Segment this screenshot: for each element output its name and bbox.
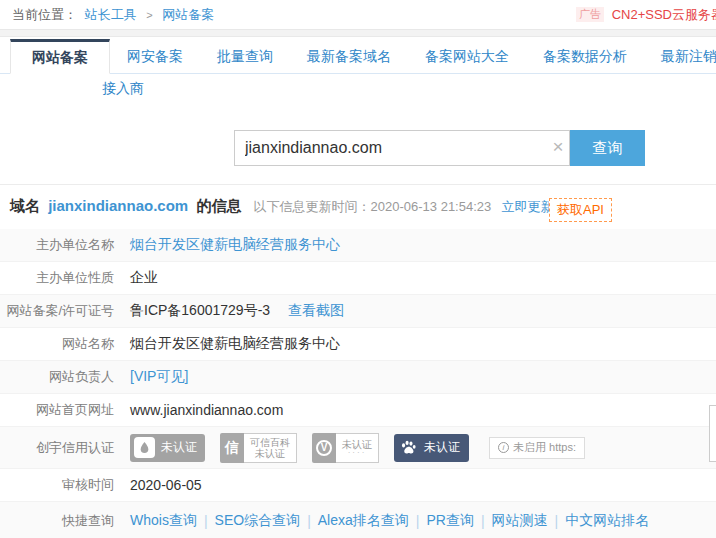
tab-website-icp[interactable]: 网站备案 <box>10 39 110 74</box>
row-label: 网站名称 <box>0 335 130 353</box>
quick-link-separator: | <box>481 513 485 529</box>
tab-bar: 网站备案 网安备案 批量查询 最新备案域名 备案网站大全 备案数据分析 最新注销… <box>0 39 716 102</box>
sponsor-type-value: 企业 <box>130 269 158 287</box>
clear-input-icon[interactable]: × <box>546 130 570 166</box>
xin-character-icon: 信 <box>220 433 244 463</box>
quick-link-separator: | <box>307 513 311 529</box>
quick-link-whois[interactable]: Whois查询 <box>130 512 197 530</box>
ad-badge: 广告 <box>576 7 604 22</box>
table-row-credit-certs: 创宇信用认证 未认证 信 可信百科 未认证 <box>0 427 716 469</box>
v-stars-dots: ···· <box>348 450 367 456</box>
quick-link-separator: | <box>555 513 559 529</box>
side-float-widget-edge[interactable] <box>709 405 716 462</box>
row-label: 网站首页网址 <box>0 401 130 419</box>
kexin-baike-badge[interactable]: 信 可信百科 未认证 <box>220 433 297 463</box>
icp-number-value: 鲁ICP备16001729号-3 <box>130 302 270 320</box>
vip-visible-link[interactable]: [VIP可见] <box>130 368 188 386</box>
table-row-homepage-url: 网站首页网址 www.jianxindiannao.com <box>0 394 716 427</box>
divider-band <box>0 30 716 37</box>
result-header: 域名 jianxindiannao.com 的信息 以下信息更新时间：2020-… <box>0 185 716 229</box>
badge-status-label: 可信百科 未认证 <box>244 433 297 463</box>
domain-search-input[interactable] <box>234 130 570 166</box>
row-label: 快捷查询 <box>0 512 130 530</box>
site-name-value: 烟台开发区健薪电脑经营服务中心 <box>130 335 340 353</box>
quick-link-seo[interactable]: SEO综合查询 <box>215 512 301 530</box>
tab-icp-analytics[interactable]: 备案数据分析 <box>526 39 644 73</box>
sponsor-name-link[interactable]: 烟台开发区健薪电脑经营服务中心 <box>130 236 340 254</box>
query-button[interactable]: 查询 <box>570 130 645 166</box>
homepage-url-value: www.jianxindiannao.com <box>130 402 283 418</box>
https-status-text: 未启用 https: <box>513 440 576 455</box>
v-circle-icon: V <box>312 433 336 463</box>
table-row-sponsor-name: 主办单位名称 烟台开发区健薪电脑经营服务中心 <box>0 229 716 262</box>
row-label: 主办单位名称 <box>0 236 130 254</box>
https-status-note: i 未启用 https: <box>489 437 585 459</box>
view-screenshot-link[interactable]: 查看截图 <box>288 302 344 320</box>
tab-row-2: 接入商 <box>0 74 716 102</box>
baidu-paw-icon <box>400 439 417 456</box>
quick-link-speed-test[interactable]: 网站测速 <box>492 512 548 530</box>
v-cert-badge[interactable]: V 未认证 ···· <box>312 433 379 463</box>
table-row-review-date: 审核时间 2020-06-05 <box>0 469 716 502</box>
quick-link-cn-rank[interactable]: 中文网站排名 <box>565 512 649 530</box>
tab-newest-domains[interactable]: 最新备案域名 <box>290 39 408 73</box>
quick-link-separator: | <box>416 513 420 529</box>
kexin-line2: 未认证 <box>255 448 285 459</box>
badge-status-label: 未认证 <box>161 439 197 456</box>
badge-status-label: 未认证 ···· <box>336 433 379 463</box>
top-ad-banner[interactable]: 广告 CN2+SSD云服务器●5 <box>576 0 716 30</box>
kexin-line1: 可信百科 <box>250 437 290 448</box>
get-api-button[interactable]: 获取API <box>549 198 612 222</box>
header-prefix: 域名 <box>10 197 40 214</box>
table-row-sponsor-type: 主办单位性质 企业 <box>0 262 716 295</box>
breadcrumb-link-current[interactable]: 网站备案 <box>162 7 214 22</box>
page: 当前位置： 站长工具 > 网站备案 广告 CN2+SSD云服务器●5 网站备案 … <box>0 0 716 538</box>
row-label: 创宇信用认证 <box>0 439 130 457</box>
table-row-quick-queries: 快捷查询 Whois查询 | SEO综合查询 | Alexa排名查询 | PR查… <box>0 502 716 538</box>
update-now-link[interactable]: 立即更新 <box>501 199 553 214</box>
tab-netsec-icp[interactable]: 网安备案 <box>110 39 200 73</box>
tab-batch-query[interactable]: 批量查询 <box>200 39 290 73</box>
breadcrumb-separator: > <box>146 9 152 21</box>
tab-isp[interactable]: 接入商 <box>102 80 144 96</box>
result-panel: 域名 jianxindiannao.com 的信息 以下信息更新时间：2020-… <box>0 184 716 538</box>
table-row-icp-number: 网站备案/许可证号 鲁ICP备16001729号-3 查看截图 <box>0 295 716 328</box>
table-row-site-name: 网站名称 烟台开发区健薪电脑经营服务中心 <box>0 328 716 361</box>
tab-row-1: 网站备案 网安备案 批量查询 最新备案域名 备案网站大全 备案数据分析 最新注销… <box>0 39 716 74</box>
badge-status-label: 未认证 <box>424 439 460 456</box>
header-suffix: 的信息 <box>196 197 241 214</box>
row-label: 审核时间 <box>0 476 130 494</box>
table-row-site-owner: 网站负责人 [VIP可见] <box>0 361 716 394</box>
header-domain: jianxindiannao.com <box>48 197 188 214</box>
breadcrumb-link-home[interactable]: 站长工具 <box>85 7 137 22</box>
row-label: 网站负责人 <box>0 368 130 386</box>
review-date-value: 2020-06-05 <box>130 477 202 493</box>
quick-link-separator: | <box>204 513 208 529</box>
update-timestamp: 以下信息更新时间：2020-06-13 21:54:23 <box>254 199 492 214</box>
quick-link-pr[interactable]: PR查询 <box>426 512 473 530</box>
v-letter: V <box>316 440 332 456</box>
tab-icp-site-list[interactable]: 备案网站大全 <box>408 39 526 73</box>
credit-badges: 未认证 信 可信百科 未认证 V 未认证 ···· <box>130 433 585 463</box>
row-label: 主办单位性质 <box>0 269 130 287</box>
ad-text[interactable]: CN2+SSD云服务器●5 <box>612 7 716 22</box>
water-drop-icon <box>134 437 155 458</box>
breadcrumb-label: 当前位置： <box>12 7 77 22</box>
row-label: 网站备案/许可证号 <box>0 302 130 320</box>
tab-cancelled-domains[interactable]: 最新注销域名 <box>644 39 716 73</box>
anquan-cert-badge[interactable]: 未认证 <box>130 434 205 462</box>
info-circle-icon: i <box>498 442 509 453</box>
quick-link-alexa[interactable]: Alexa排名查询 <box>318 512 409 530</box>
baidu-cert-badge[interactable]: 未认证 <box>394 434 469 462</box>
